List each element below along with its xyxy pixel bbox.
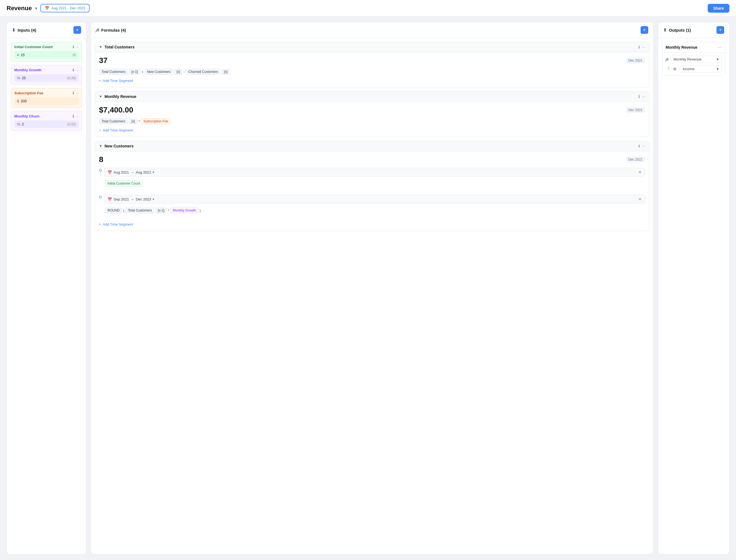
segment-from-2: Sep 2021 bbox=[114, 197, 129, 201]
input-card-actions-icc: ℹ ··· bbox=[73, 45, 79, 49]
formulas-panel-title: Formulas (4) bbox=[101, 28, 126, 32]
segment-expr-1: Initial Customer Count bbox=[104, 179, 645, 188]
add-segment-label-nc: Add Time Segment bbox=[103, 222, 133, 226]
formulas-panel-body: ▼ Total Customers ℹ ··· 37 Dec 2021 Tota… bbox=[91, 38, 653, 235]
dollar-icon: $ bbox=[17, 99, 19, 103]
segment-bracket-x1: [x-1] bbox=[155, 207, 167, 213]
output-type-row: └ ⊞ Income ▾ bbox=[666, 65, 722, 73]
outputs-panel-title: Outputs (1) bbox=[669, 28, 691, 32]
input-card-actions-mc: ℹ ··· bbox=[73, 114, 79, 118]
add-output-button[interactable]: + bbox=[716, 26, 724, 34]
formula-card-title-nc: New Customers bbox=[105, 144, 134, 148]
formula-date-nc: Dec 2021 bbox=[626, 157, 645, 163]
segment-expr-2: ROUND ( Total Customers [x-1] * Monthly … bbox=[104, 206, 645, 215]
chevron-icon-1[interactable]: ▾ bbox=[153, 171, 154, 174]
more-icon-mc[interactable]: ··· bbox=[76, 114, 79, 118]
input-card-title-mc: Monthly Churn bbox=[14, 114, 40, 118]
info-icon-mc[interactable]: ℹ bbox=[73, 114, 74, 118]
add-segment-label-tc: Add Time Segment bbox=[103, 79, 133, 83]
segment-token-tc: Total Customers bbox=[125, 207, 154, 213]
add-segment-button-tc[interactable]: + Add Time Segment bbox=[99, 78, 133, 83]
input-card-value-mc[interactable]: % 2 (0.02) bbox=[14, 120, 79, 128]
formula-card-title-group-mr: ▼ Monthly Revenue bbox=[99, 94, 136, 99]
more-icon-nc[interactable]: ··· bbox=[642, 144, 645, 148]
expr-bracket-tc-1: [x-1] bbox=[129, 69, 140, 75]
output-item-header-mr: Monthly Revenue ··· bbox=[662, 42, 725, 53]
expr-op-mr-1: * bbox=[138, 119, 140, 123]
add-segment-button-nc[interactable]: + Add Time Segment bbox=[99, 222, 133, 227]
input-card-monthly-churn: Monthly Churn ℹ ··· % 2 (0.02) bbox=[11, 111, 82, 131]
add-formula-button[interactable]: + bbox=[641, 26, 648, 34]
segment-date-text-2: 📅 Sep 2021 → Dec 2023 ▾ bbox=[108, 197, 154, 201]
chevron-icon-2[interactable]: ▾ bbox=[153, 197, 154, 201]
calendar-icon: 📅 bbox=[45, 6, 49, 10]
info-icon-nc[interactable]: ℹ bbox=[638, 144, 640, 148]
formula-select[interactable]: Monthly Revenue ▾ bbox=[671, 56, 722, 63]
info-icon-sf[interactable]: ℹ bbox=[73, 91, 74, 95]
more-icon-icc[interactable]: ··· bbox=[76, 45, 79, 49]
expr-token-tc-3: Churned Customers bbox=[186, 69, 220, 75]
close-icon-1[interactable]: ✕ bbox=[638, 170, 642, 174]
formula-value-nc: 8 bbox=[99, 155, 103, 164]
formula-card-actions-tc: ℹ ··· bbox=[638, 45, 645, 49]
date-range-button[interactable]: 📅 Aug 2021 - Dec 2023 bbox=[40, 4, 90, 12]
info-icon-mr[interactable]: ℹ bbox=[638, 94, 640, 99]
input-card-title-icc: Initial Customer Count bbox=[14, 45, 53, 49]
input-card-value-icc[interactable]: # 15 15 bbox=[14, 51, 79, 59]
segment-to-2: Dec 2023 bbox=[136, 197, 151, 201]
input-raw-icc: 15 bbox=[72, 53, 76, 57]
expr-token-mr-2: Subscription Fee bbox=[141, 118, 171, 124]
formula-value-row-mr: $7,400.00 Dec 2021 bbox=[99, 106, 645, 114]
info-icon-tc[interactable]: ℹ bbox=[638, 45, 640, 49]
input-card-value-mg[interactable]: % 25 (0.25) bbox=[14, 74, 79, 82]
more-icon-mr[interactable]: ··· bbox=[642, 94, 645, 99]
percent-icon-mg: % bbox=[17, 76, 20, 80]
formula-select-chevron: ▾ bbox=[717, 57, 719, 61]
segment-op-open: ( bbox=[123, 208, 124, 213]
close-icon-2[interactable]: ✕ bbox=[638, 197, 642, 201]
outputs-panel-title-group: ⬆ Outputs (1) bbox=[663, 28, 691, 33]
formula-date-tc: Dec 2021 bbox=[626, 57, 645, 64]
more-icon-tc[interactable]: ··· bbox=[642, 45, 645, 49]
input-value-mg: 25 bbox=[22, 76, 26, 80]
input-value-mc: 2 bbox=[22, 122, 24, 126]
plus-icon-tc: + bbox=[99, 79, 101, 83]
more-icon-output[interactable]: ··· bbox=[718, 45, 722, 50]
more-icon-mg[interactable]: ··· bbox=[76, 68, 79, 72]
collapse-icon-nc[interactable]: ▼ bbox=[99, 144, 102, 148]
title-chevron-icon[interactable]: ▾ bbox=[35, 6, 37, 10]
formula-card-header-mr: ▼ Monthly Revenue ℹ ··· bbox=[95, 92, 649, 102]
info-icon-icc[interactable]: ℹ bbox=[73, 45, 74, 49]
plus-icon-nc: + bbox=[99, 222, 101, 226]
inputs-panel-title-group: ⬇ Inputs (4) bbox=[12, 28, 36, 33]
cal-icon-2: 📅 bbox=[108, 197, 112, 201]
expr-bracket-mr-1: [x] bbox=[129, 118, 138, 124]
formula-card-monthly-revenue: ▼ Monthly Revenue ℹ ··· $7,400.00 Dec 20… bbox=[95, 91, 649, 137]
expr-token-mr-1: Total Customers bbox=[99, 118, 128, 124]
output-item-title-mr: Monthly Revenue bbox=[666, 45, 697, 50]
add-input-button[interactable]: + bbox=[73, 26, 81, 34]
add-segment-button-mr[interactable]: + Add Time Segment bbox=[99, 128, 133, 133]
collapse-icon-tc[interactable]: ▼ bbox=[99, 45, 102, 49]
formulas-panel-header: 𝑓𝑥 Formulas (4) + bbox=[91, 22, 653, 38]
input-card-value-sf[interactable]: $ 200 bbox=[14, 97, 79, 105]
collapse-icon-mr[interactable]: ▼ bbox=[99, 95, 102, 98]
formula-card-title-group-nc: ▼ New Customers bbox=[99, 144, 134, 148]
formula-card-body-tc: 37 Dec 2021 Total Customers [x-1] + New … bbox=[95, 52, 649, 87]
share-button[interactable]: Share bbox=[708, 4, 729, 13]
type-select[interactable]: Income ▾ bbox=[680, 65, 722, 73]
segment-date-text-1: 📅 Aug 2021 → Aug 2021 ▾ bbox=[108, 170, 154, 174]
formula-date-mr: Dec 2021 bbox=[626, 107, 645, 113]
info-icon-mg[interactable]: ℹ bbox=[73, 68, 74, 72]
formula-card-body-nc: 8 Dec 2021 📅 Aug bbox=[95, 151, 649, 231]
input-value-left-mg: % 25 bbox=[17, 76, 26, 80]
inputs-panel-title: Inputs (4) bbox=[18, 28, 36, 32]
segment-date-row-1: 📅 Aug 2021 → Aug 2021 ▾ ✕ bbox=[104, 168, 645, 177]
add-segment-label-mr: Add Time Segment bbox=[103, 128, 133, 132]
input-card-initial-customer-count: Initial Customer Count ℹ ··· # 15 15 bbox=[11, 42, 82, 62]
formula-card-new-customers: ▼ New Customers ℹ ··· 8 Dec 2021 bbox=[95, 141, 649, 231]
segment-token-round: ROUND bbox=[105, 207, 122, 213]
more-icon-sf[interactable]: ··· bbox=[76, 91, 79, 95]
formula-card-title-tc: Total Customers bbox=[105, 45, 134, 49]
input-card-title-mg: Monthly Growth bbox=[14, 68, 42, 72]
